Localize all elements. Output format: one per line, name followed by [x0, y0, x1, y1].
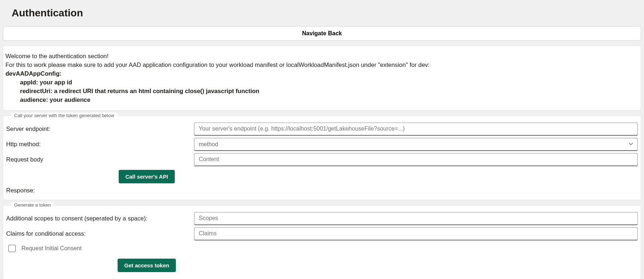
get-access-token-button[interactable]: Get access token [118, 259, 175, 272]
generate-token-legend: Generate a token [11, 202, 54, 208]
server-call-fieldset: Call your server with the token generate… [3, 116, 641, 200]
call-server-api-button[interactable]: Call server's API [119, 170, 174, 183]
config-header: devAADAppConfig: [5, 69, 636, 78]
config-appid: appId: your app id [5, 78, 636, 87]
navigate-back-button[interactable]: Navigate Back [3, 26, 641, 41]
intro-panel: Welcome to the authentication section! F… [3, 46, 641, 111]
http-method-label: Http method: [5, 141, 194, 148]
request-body-label: Request body [5, 156, 194, 163]
request-initial-consent-label[interactable]: Request Initial Consent [21, 245, 82, 252]
server-call-legend: Call your server with the token generate… [11, 113, 117, 118]
response-label: Response: [5, 186, 638, 195]
request-initial-consent-checkbox[interactable] [8, 245, 16, 252]
config-audience: audience: your audience [5, 96, 636, 104]
intro-line-1: Welcome to the authentication section! [5, 52, 636, 61]
page-title: Authentication [12, 7, 641, 19]
config-redirecturi: redirectUri: a redirect URI that returns… [5, 87, 636, 96]
request-body-input[interactable] [194, 153, 638, 166]
scopes-input[interactable] [194, 212, 638, 225]
scopes-label: Additional scopes to consent (seperated … [5, 215, 194, 222]
server-endpoint-label: Server endpoint: [5, 125, 194, 132]
claims-input[interactable] [194, 227, 638, 240]
generate-token-fieldset: Generate a token Additional scopes to co… [3, 205, 641, 279]
claims-label: Claims for conditional access: [5, 230, 194, 237]
intro-line-2: For this to work please make sure to add… [5, 61, 636, 69]
server-endpoint-input[interactable] [194, 123, 638, 136]
http-method-select[interactable]: method [194, 138, 638, 151]
